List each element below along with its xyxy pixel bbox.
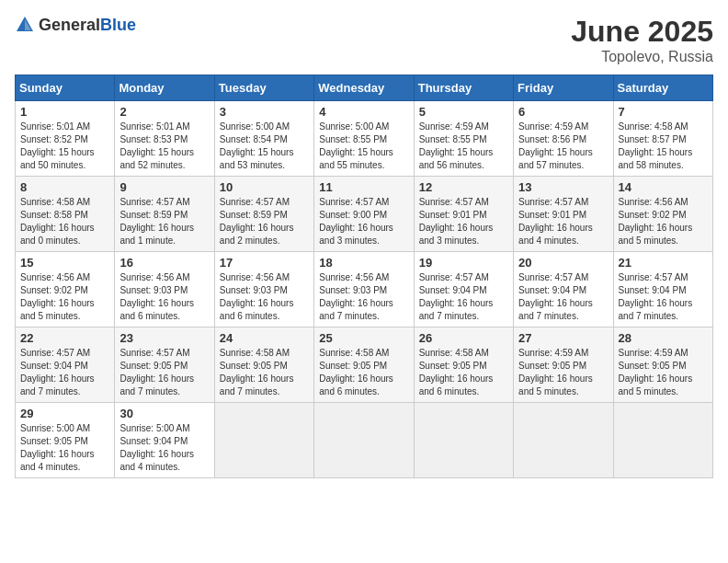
day-info: Sunrise: 5:00 AMSunset: 9:05 PMDaylight:… (20, 422, 109, 474)
day-number: 11 (319, 180, 408, 194)
calendar-cell: 30Sunrise: 5:00 AMSunset: 9:04 PMDayligh… (115, 403, 214, 478)
calendar-cell (214, 403, 313, 478)
day-number: 8 (20, 180, 109, 194)
calendar-week-2: 8Sunrise: 4:58 AMSunset: 8:58 PMDaylight… (16, 177, 713, 252)
calendar-cell: 3Sunrise: 5:00 AMSunset: 8:54 PMDaylight… (214, 101, 313, 177)
day-info: Sunrise: 4:58 AMSunset: 9:05 PMDaylight:… (419, 347, 508, 398)
day-number: 14 (619, 180, 708, 194)
day-info: Sunrise: 4:56 AMSunset: 9:03 PMDaylight:… (319, 271, 408, 323)
day-info: Sunrise: 4:57 AMSunset: 9:01 PMDaylight:… (518, 196, 608, 247)
calendar-week-3: 15Sunrise: 4:56 AMSunset: 9:02 PMDayligh… (16, 252, 713, 327)
day-number: 13 (518, 180, 608, 194)
day-info: Sunrise: 4:56 AMSunset: 9:02 PMDaylight:… (20, 271, 109, 323)
page-header: GeneralBlue June 2025 Topolevo, Russia (15, 15, 713, 65)
calendar-cell: 29Sunrise: 5:00 AMSunset: 9:05 PMDayligh… (16, 403, 115, 478)
calendar-cell: 1Sunrise: 5:01 AMSunset: 8:52 PMDaylight… (16, 101, 115, 177)
header-row: SundayMondayTuesdayWednesdayThursdayFrid… (16, 75, 713, 101)
day-header-thursday: Thursday (414, 75, 513, 101)
day-number: 15 (20, 256, 109, 270)
calendar-cell: 23Sunrise: 4:57 AMSunset: 9:05 PMDayligh… (115, 327, 214, 403)
calendar-cell: 12Sunrise: 4:57 AMSunset: 9:01 PMDayligh… (414, 177, 513, 252)
calendar-cell: 13Sunrise: 4:57 AMSunset: 9:01 PMDayligh… (514, 177, 613, 252)
calendar-cell: 10Sunrise: 4:57 AMSunset: 8:59 PMDayligh… (214, 177, 313, 252)
day-info: Sunrise: 4:57 AMSunset: 8:59 PMDaylight:… (220, 196, 309, 247)
calendar-cell: 27Sunrise: 4:59 AMSunset: 9:05 PMDayligh… (514, 327, 613, 403)
day-number: 26 (419, 331, 508, 345)
day-info: Sunrise: 4:58 AMSunset: 9:05 PMDaylight:… (220, 347, 309, 398)
day-number: 29 (20, 407, 109, 420)
calendar-cell (414, 403, 513, 478)
day-info: Sunrise: 4:57 AMSunset: 9:05 PMDaylight:… (119, 347, 209, 398)
day-number: 6 (518, 105, 608, 119)
calendar-title: June 2025 (571, 15, 713, 49)
day-info: Sunrise: 4:56 AMSunset: 9:02 PMDaylight:… (619, 196, 708, 247)
calendar-cell: 16Sunrise: 4:56 AMSunset: 9:03 PMDayligh… (115, 252, 214, 327)
day-info: Sunrise: 5:01 AMSunset: 8:52 PMDaylight:… (20, 121, 109, 172)
calendar-table: SundayMondayTuesdayWednesdayThursdayFrid… (15, 75, 713, 478)
calendar-cell (314, 403, 414, 478)
logo-text: GeneralBlue (39, 16, 136, 35)
calendar-cell: 17Sunrise: 4:56 AMSunset: 9:03 PMDayligh… (214, 252, 313, 327)
day-info: Sunrise: 4:57 AMSunset: 9:04 PMDaylight:… (518, 271, 608, 323)
day-number: 20 (518, 256, 608, 270)
calendar-week-5: 29Sunrise: 5:00 AMSunset: 9:05 PMDayligh… (16, 403, 713, 478)
calendar-cell: 6Sunrise: 4:59 AMSunset: 8:56 PMDaylight… (514, 101, 613, 177)
day-info: Sunrise: 4:57 AMSunset: 8:59 PMDaylight:… (119, 196, 209, 247)
day-number: 25 (319, 331, 408, 345)
day-number: 19 (419, 256, 508, 270)
calendar-cell (613, 403, 712, 478)
day-header-saturday: Saturday (613, 75, 712, 101)
day-header-wednesday: Wednesday (314, 75, 414, 101)
calendar-cell: 11Sunrise: 4:57 AMSunset: 9:00 PMDayligh… (314, 177, 414, 252)
day-info: Sunrise: 4:56 AMSunset: 9:03 PMDaylight:… (119, 271, 209, 323)
calendar-cell (514, 403, 613, 478)
day-number: 16 (119, 256, 209, 270)
day-number: 21 (619, 256, 708, 270)
day-number: 10 (220, 180, 309, 194)
day-number: 1 (20, 105, 109, 119)
day-number: 22 (20, 331, 109, 345)
day-info: Sunrise: 4:59 AMSunset: 9:05 PMDaylight:… (619, 347, 708, 398)
day-info: Sunrise: 4:56 AMSunset: 9:03 PMDaylight:… (220, 271, 309, 323)
calendar-cell: 15Sunrise: 4:56 AMSunset: 9:02 PMDayligh… (16, 252, 115, 327)
day-info: Sunrise: 5:00 AMSunset: 8:55 PMDaylight:… (319, 121, 408, 172)
calendar-cell: 22Sunrise: 4:57 AMSunset: 9:04 PMDayligh… (16, 327, 115, 403)
calendar-cell: 25Sunrise: 4:58 AMSunset: 9:05 PMDayligh… (314, 327, 414, 403)
day-number: 12 (419, 180, 508, 194)
calendar-cell: 21Sunrise: 4:57 AMSunset: 9:04 PMDayligh… (613, 252, 712, 327)
day-number: 4 (319, 105, 408, 119)
calendar-header: SundayMondayTuesdayWednesdayThursdayFrid… (16, 75, 713, 101)
calendar-cell: 18Sunrise: 4:56 AMSunset: 9:03 PMDayligh… (314, 252, 414, 327)
calendar-cell: 9Sunrise: 4:57 AMSunset: 8:59 PMDaylight… (115, 177, 214, 252)
day-info: Sunrise: 4:58 AMSunset: 9:05 PMDaylight:… (319, 347, 408, 398)
title-area: June 2025 Topolevo, Russia (571, 15, 713, 65)
day-info: Sunrise: 4:59 AMSunset: 8:56 PMDaylight:… (518, 121, 608, 172)
calendar-cell: 24Sunrise: 4:58 AMSunset: 9:05 PMDayligh… (214, 327, 313, 403)
day-info: Sunrise: 4:59 AMSunset: 9:05 PMDaylight:… (518, 347, 608, 398)
day-number: 9 (119, 180, 209, 194)
day-number: 3 (220, 105, 309, 119)
calendar-cell: 4Sunrise: 5:00 AMSunset: 8:55 PMDaylight… (314, 101, 414, 177)
day-info: Sunrise: 5:01 AMSunset: 8:53 PMDaylight:… (119, 121, 209, 172)
day-header-sunday: Sunday (16, 75, 115, 101)
calendar-cell: 28Sunrise: 4:59 AMSunset: 9:05 PMDayligh… (613, 327, 712, 403)
logo: GeneralBlue (15, 15, 136, 35)
day-header-tuesday: Tuesday (214, 75, 313, 101)
calendar-cell: 19Sunrise: 4:57 AMSunset: 9:04 PMDayligh… (414, 252, 513, 327)
calendar-cell: 2Sunrise: 5:01 AMSunset: 8:53 PMDaylight… (115, 101, 214, 177)
day-info: Sunrise: 4:57 AMSunset: 9:04 PMDaylight:… (419, 271, 508, 323)
calendar-cell: 8Sunrise: 4:58 AMSunset: 8:58 PMDaylight… (16, 177, 115, 252)
day-info: Sunrise: 4:58 AMSunset: 8:58 PMDaylight:… (20, 196, 109, 247)
calendar-cell: 5Sunrise: 4:59 AMSunset: 8:55 PMDaylight… (414, 101, 513, 177)
day-info: Sunrise: 5:00 AMSunset: 8:54 PMDaylight:… (220, 121, 309, 172)
day-number: 30 (119, 407, 209, 420)
day-number: 2 (119, 105, 209, 119)
day-number: 27 (518, 331, 608, 345)
calendar-body: 1Sunrise: 5:01 AMSunset: 8:52 PMDaylight… (16, 101, 713, 478)
day-header-monday: Monday (115, 75, 214, 101)
day-info: Sunrise: 5:00 AMSunset: 9:04 PMDaylight:… (119, 422, 209, 474)
day-info: Sunrise: 4:59 AMSunset: 8:55 PMDaylight:… (419, 121, 508, 172)
calendar-cell: 20Sunrise: 4:57 AMSunset: 9:04 PMDayligh… (514, 252, 613, 327)
calendar-subtitle: Topolevo, Russia (571, 49, 713, 65)
day-number: 28 (619, 331, 708, 345)
